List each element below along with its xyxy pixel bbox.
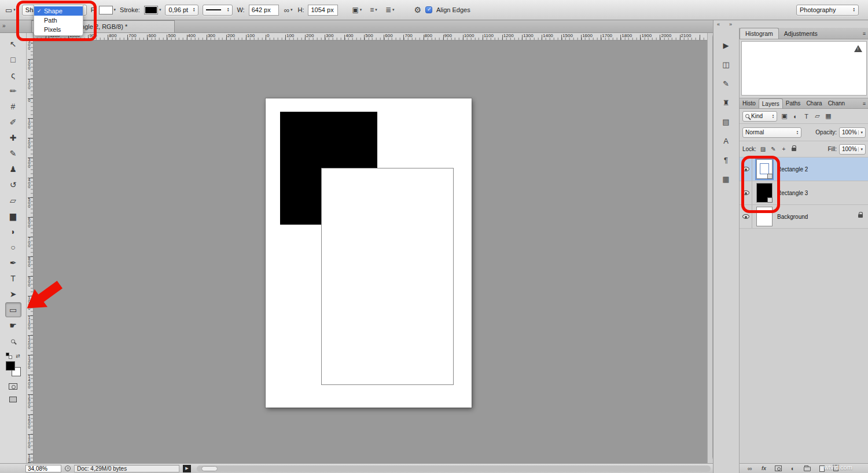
layer-effects-icon[interactable]: fx (761, 465, 767, 471)
rectangle-tool[interactable]: ▭ (5, 302, 21, 317)
horizontal-scrollbar[interactable] (197, 465, 711, 472)
tab-layers[interactable]: Layers (759, 98, 783, 108)
filter-shape-layers-icon[interactable]: ▱ (812, 111, 822, 121)
pen-tool[interactable]: ✒ (5, 255, 21, 270)
ruler-label: 1300 (523, 33, 534, 38)
workspace-dropdown[interactable]: Photography (796, 5, 859, 16)
path-operations-icon[interactable]: ▣ (351, 6, 363, 14)
document-page[interactable] (266, 98, 472, 408)
brush-tool[interactable]: ✎ (5, 146, 21, 161)
marquee-tool[interactable]: □ (5, 52, 21, 67)
tab-adjustments[interactable]: Adjustments (779, 28, 823, 39)
tab-histo[interactable]: Histo (740, 98, 759, 108)
collapse-dock-icon[interactable]: « (717, 21, 720, 27)
panel-menu-icon[interactable]: ≡ (860, 31, 868, 36)
move-tool[interactable]: ↖ (5, 36, 21, 52)
layer-mask-icon[interactable] (775, 465, 782, 471)
visibility-eye-icon[interactable] (742, 214, 749, 219)
filter-pixel-layers-icon[interactable]: ▣ (779, 111, 789, 121)
layer-group-icon[interactable] (804, 465, 811, 471)
zoom-level-input[interactable] (25, 465, 61, 472)
filter-adjustment-layers-icon[interactable]: ◐ (790, 111, 800, 121)
brush-presets-icon[interactable]: ✎ (719, 77, 734, 90)
gradient-tool[interactable]: ▆ (5, 208, 21, 223)
visibility-eye-icon[interactable] (742, 190, 749, 195)
screen-mode-icon[interactable] (9, 397, 17, 402)
adjustments-icon[interactable]: ◫ (719, 58, 734, 71)
actions-icon[interactable]: ▶ (719, 39, 734, 52)
shape-rectangle-2[interactable] (321, 168, 454, 385)
lock-pixels-icon[interactable]: ✎ (769, 146, 778, 152)
quick-selection-tool[interactable]: ✏ (5, 83, 21, 98)
hand-tool[interactable]: ☛ (5, 318, 21, 333)
path-arrange-icon[interactable]: ≣ (384, 6, 396, 14)
fill-label: F (91, 6, 95, 13)
scrollbar-thumb[interactable] (201, 466, 218, 471)
expand-dock-icon[interactable]: » (729, 21, 732, 27)
layer-row[interactable]: Background (740, 205, 868, 229)
warning-icon[interactable] (854, 45, 862, 52)
layer-row[interactable]: Rectangle 3 (740, 181, 868, 205)
default-colors-icon[interactable] (6, 353, 12, 359)
type-tool[interactable]: T (5, 271, 21, 286)
height-input[interactable] (308, 5, 338, 16)
history-brush-tool[interactable]: ↺ (5, 177, 21, 192)
tab-paths[interactable]: Paths (783, 98, 804, 108)
link-dimensions-icon[interactable]: ∞ (283, 6, 294, 14)
blur-tool[interactable]: ◗ (5, 224, 21, 239)
character-icon[interactable]: A (719, 134, 734, 147)
visibility-eye-icon[interactable] (742, 167, 749, 171)
tab-chann[interactable]: Chann (825, 98, 848, 108)
tool-preset-picker[interactable]: ▭ ▾ (3, 5, 18, 16)
healing-brush-tool[interactable]: ✚ (5, 130, 21, 145)
stroke-width-dropdown[interactable]: 0,96 pt (165, 5, 198, 16)
adjustment-layer-icon[interactable]: ◐ (790, 465, 796, 472)
status-options-icon[interactable]: ▶ (183, 465, 191, 472)
fill-swatch-dropdown[interactable] (99, 6, 116, 14)
layer-row[interactable]: Rectangle 2 (740, 157, 868, 181)
align-edges-checkbox[interactable] (425, 6, 432, 13)
lasso-tool[interactable]: ς (5, 68, 21, 83)
lock-transparency-icon[interactable]: ▨ (759, 146, 767, 152)
clone-source-icon[interactable]: ♜ (719, 96, 734, 109)
tab-histogram[interactable]: Histogram (740, 28, 779, 39)
tab-chara[interactable]: Chara (803, 98, 825, 108)
lock-all-icon[interactable] (790, 148, 799, 151)
filter-smart-objects-icon[interactable]: ▦ (823, 111, 833, 121)
eyedropper-tool[interactable]: ✐ (5, 115, 21, 130)
panel-menu-icon[interactable]: ≡ (860, 101, 868, 107)
filter-kind-dropdown[interactable]: Kind (742, 111, 777, 122)
gear-icon[interactable]: ⚙ (414, 5, 421, 14)
stroke-swatch-dropdown[interactable] (144, 6, 161, 14)
path-selection-tool[interactable]: ➤ (5, 287, 21, 302)
quick-mask-icon[interactable] (9, 383, 17, 390)
eraser-tool[interactable]: ▱ (5, 193, 21, 208)
zoom-tool[interactable] (5, 333, 21, 349)
fill-dropdown[interactable]: 100% ▾ (839, 144, 866, 155)
layer-comps-icon[interactable]: ▤ (719, 115, 734, 128)
filter-type-layers-icon[interactable]: T (801, 111, 811, 121)
canvas-area[interactable]: 1100100090080070060050040030020010001002… (27, 33, 707, 463)
paragraph-icon[interactable]: ¶ (719, 153, 734, 166)
menu-item-path[interactable]: Path (34, 16, 83, 25)
path-alignment-icon[interactable]: ≡ (369, 6, 378, 14)
clone-stamp-tool[interactable]: ♟ (5, 162, 21, 177)
opacity-dropdown[interactable]: 100% ▾ (839, 127, 866, 138)
swap-colors-icon[interactable]: ⇄ (16, 353, 20, 359)
link-layers-icon[interactable]: ∞ (747, 465, 753, 472)
menu-item-shape[interactable]: ✓Shape (34, 6, 83, 16)
blend-mode-dropdown[interactable]: Normal (742, 127, 801, 138)
vertical-scrollbar[interactable] (707, 33, 713, 463)
dodge-tool[interactable]: ○ (5, 240, 21, 255)
stroke-type-dropdown[interactable] (203, 5, 233, 16)
width-input[interactable] (249, 5, 279, 16)
tab-scroll-icon[interactable]: » (2, 23, 6, 29)
foreground-color-swatch[interactable] (6, 361, 15, 371)
layer-thumbnail[interactable] (756, 207, 773, 226)
layer-thumbnail[interactable] (756, 183, 773, 203)
layer-thumbnail[interactable] (756, 159, 773, 179)
tool-presets-icon[interactable]: ▦ (719, 173, 734, 185)
lock-position-icon[interactable]: + (779, 146, 788, 152)
menu-item-pixels[interactable]: Pixels (34, 25, 83, 34)
crop-tool[interactable]: # (5, 99, 21, 114)
